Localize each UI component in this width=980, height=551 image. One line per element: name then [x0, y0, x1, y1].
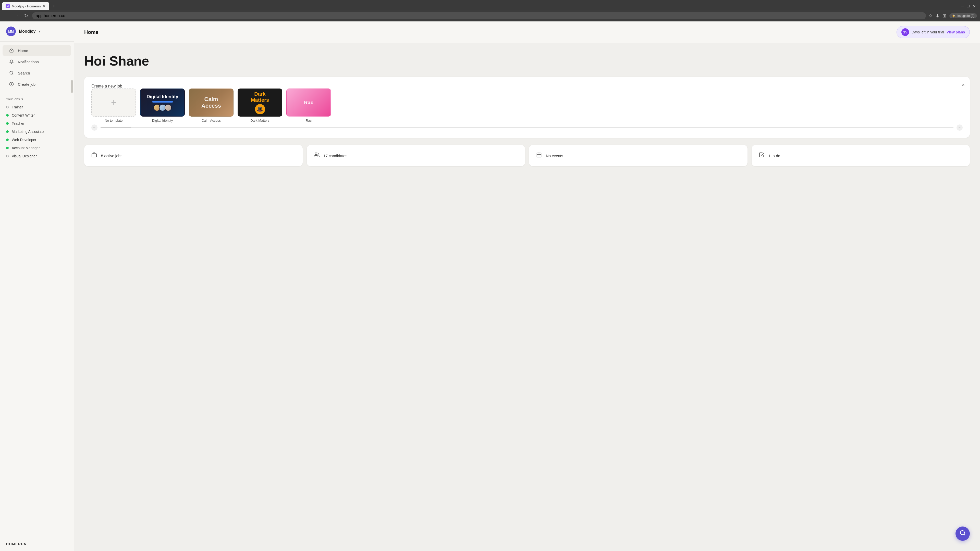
incognito-badge[interactable]: 🕵 Incognito (2)	[950, 13, 977, 18]
close-create-job-button[interactable]: ×	[962, 82, 965, 88]
maximize-button[interactable]: □	[967, 4, 969, 8]
template-label: No template	[105, 119, 123, 122]
page-title: Home	[84, 29, 99, 35]
template-card-no-template[interactable]: +	[91, 89, 136, 117]
svg-point-11	[960, 530, 964, 535]
scroll-left-button[interactable]: ←	[91, 124, 97, 130]
template-title: Digital Identity	[146, 94, 178, 100]
window-controls: ─ □ ✕	[961, 4, 978, 9]
active-tab[interactable]: M Moodjoy · Homerun ✕	[2, 2, 49, 10]
svg-point-6	[315, 153, 317, 155]
download-button[interactable]: ⬇	[935, 13, 939, 19]
sidebar-footer: HOMERUN	[6, 542, 27, 546]
job-status-dot	[6, 138, 9, 141]
template-faces	[153, 104, 172, 111]
scrollbar-thumb	[71, 80, 73, 93]
scroll-track[interactable]	[100, 127, 953, 128]
app: MM Moodjoy ▾ Home	[0, 21, 980, 551]
template-label: Dark Matters	[250, 119, 269, 122]
main-header: Home 15 Days left in your trial View pla…	[74, 21, 980, 43]
job-name: Account Manager	[12, 146, 40, 150]
job-item-content-writer[interactable]: Content Writer	[0, 111, 74, 119]
chevron-down-icon[interactable]: ▾	[39, 29, 41, 33]
checkbox-icon	[759, 152, 764, 159]
main-content: Hoi Shane Create a new job × + No templa…	[74, 43, 980, 551]
job-name: Marketing Associate	[12, 130, 44, 134]
browser-tabs: M Moodjoy · Homerun ✕ + ─ □ ✕	[0, 0, 980, 10]
job-status-dot	[6, 106, 9, 108]
job-status-dot	[6, 130, 9, 133]
job-item-web-developer[interactable]: Web Developer	[0, 136, 74, 144]
browser-chrome: M Moodjoy · Homerun ✕ + ─ □ ✕ ← → ↻ app.…	[0, 0, 980, 21]
stat-label: No events	[546, 154, 563, 158]
trial-badge: 15 Days left in your trial View plans	[897, 26, 970, 38]
minimize-button[interactable]: ─	[961, 4, 964, 8]
stat-card-todos[interactable]: 1 to-do	[752, 145, 970, 166]
job-item-visual-designer[interactable]: Visual Designer	[0, 152, 74, 160]
sidebar-item-search[interactable]: Search	[3, 68, 71, 78]
main: Home 15 Days left in your trial View pla…	[74, 21, 980, 551]
tab-favicon: M	[6, 4, 10, 8]
reload-button[interactable]: ↻	[22, 12, 30, 19]
scrollbar-track[interactable]	[71, 73, 73, 536]
back-button[interactable]: ←	[3, 12, 10, 19]
job-item-marketing-associate[interactable]: Marketing Associate	[0, 127, 74, 136]
home-icon	[9, 48, 14, 53]
trial-text: Days left in your trial	[912, 30, 944, 34]
homerun-logo: HOMERUN	[6, 542, 27, 546]
people-icon	[314, 152, 320, 159]
job-item-trainer[interactable]: Trainer	[0, 103, 74, 111]
tab-title: Moodjoy · Homerun	[12, 4, 41, 8]
job-status-dot	[6, 155, 9, 157]
new-tab-button[interactable]: +	[50, 2, 57, 10]
template-title: CalmAccess	[201, 96, 221, 110]
job-item-teacher[interactable]: Teacher	[0, 119, 74, 127]
tab-close-button[interactable]: ✕	[43, 4, 46, 8]
job-status-dot	[6, 122, 9, 125]
search-icon	[9, 70, 14, 76]
sidebar-item-home[interactable]: Home	[3, 45, 71, 56]
company-name: Moodjoy	[19, 29, 36, 34]
greeting: Hoi Shane	[84, 53, 970, 68]
job-item-account-manager[interactable]: Account Manager	[0, 144, 74, 152]
sidebar-item-notifications[interactable]: Notifications	[3, 56, 71, 67]
stat-card-events[interactable]: No events	[529, 145, 748, 166]
your-jobs-section: Your jobs ▾	[0, 93, 74, 103]
stat-card-active-jobs[interactable]: 5 active jobs	[84, 145, 303, 166]
template-card-dark-matters[interactable]: DarkMatters 🎩	[238, 89, 282, 117]
template-card-rac[interactable]: Rac	[286, 89, 331, 117]
sidebar-nav: Home Notifications Search	[0, 41, 74, 93]
bookmark-button[interactable]: ☆	[928, 13, 932, 19]
job-name: Visual Designer	[12, 154, 37, 158]
template-item-rac: Rac Rac	[286, 89, 331, 122]
your-jobs-header[interactable]: Your jobs ▾	[6, 97, 68, 101]
create-job-label: Create job	[18, 82, 35, 86]
your-jobs-label: Your jobs	[6, 97, 20, 101]
forward-button[interactable]: →	[13, 12, 20, 19]
close-window-button[interactable]: ✕	[973, 4, 976, 9]
incognito-label: Incognito (2)	[957, 14, 974, 17]
stat-label: 1 to-do	[768, 154, 780, 158]
view-plans-link[interactable]: View plans	[947, 30, 965, 34]
stat-card-candidates[interactable]: 17 candidates	[307, 145, 525, 166]
scroll-right-button[interactable]: →	[956, 124, 963, 130]
browser-nav: ← → ↻ app.homerun.co ☆ ⬇ ⊞ 🕵 Incognito (…	[0, 10, 980, 21]
home-label: Home	[18, 48, 28, 53]
search-fab-button[interactable]	[956, 527, 970, 541]
template-card-calm-access[interactable]: CalmAccess	[189, 89, 234, 117]
jobs-list: Trainer Content Writer Teacher Marketing…	[0, 103, 74, 160]
sidebar-item-create-job[interactable]: Create job	[3, 79, 71, 89]
bell-icon	[9, 59, 14, 65]
template-card-digital-identity[interactable]: Digital Identity	[140, 89, 185, 117]
scroll-nav: ← →	[91, 124, 963, 130]
stats-row: 5 active jobs 17 candidates	[84, 145, 970, 166]
template-bar	[152, 101, 173, 103]
stat-label: 17 candidates	[324, 154, 347, 158]
address-text: app.homerun.co	[36, 14, 65, 18]
split-view-button[interactable]: ⊞	[942, 13, 946, 19]
create-job-title: Create a new job	[91, 84, 122, 88]
address-bar[interactable]: app.homerun.co	[32, 12, 926, 19]
plus-icon: +	[111, 97, 116, 108]
template-figure: 🎩	[255, 104, 265, 114]
template-label: Digital Identity	[152, 119, 173, 122]
